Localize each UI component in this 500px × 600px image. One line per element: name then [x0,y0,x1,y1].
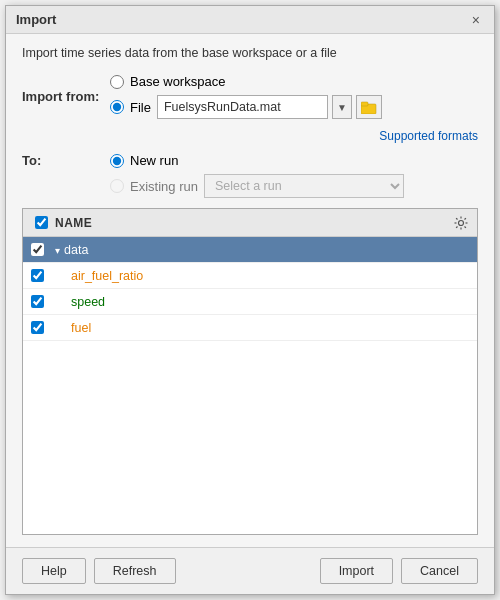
row-checkbox[interactable] [31,243,44,256]
row-name-cell: ▾data [51,243,477,257]
table-body: ▾data air_fuel_ratio speed [23,237,477,534]
file-label: File [130,100,151,115]
table-settings-button[interactable] [449,216,473,230]
base-workspace-label: Base workspace [130,74,225,89]
new-run-label: New run [130,153,178,168]
row-check-cell [23,321,51,334]
file-radio[interactable] [110,100,124,114]
svg-line-9 [465,218,466,219]
file-radio-row: File ▼ [110,95,382,119]
existing-run-label: Existing run [130,179,198,194]
row-checkbox[interactable] [31,295,44,308]
row-check-cell [23,269,51,282]
new-run-radio[interactable] [110,154,124,168]
table-header: NAME [23,209,477,237]
footer-left-buttons: Help Refresh [22,558,176,584]
row-name-cell: fuel [51,321,477,335]
to-section: To: New run Existing run Select a run [22,153,478,198]
footer-right-buttons: Import Cancel [320,558,478,584]
import-from-section: Import from: Base workspace File ▼ [22,74,478,143]
existing-run-select[interactable]: Select a run [204,174,404,198]
base-workspace-radio[interactable] [110,75,124,89]
table-row[interactable]: air_fuel_ratio [23,263,477,289]
existing-run-row: Existing run Select a run [110,174,478,198]
collapse-arrow-icon: ▾ [55,245,60,256]
row-name-cell: air_fuel_ratio [51,269,477,283]
dialog-content: Import time series data from the base wo… [6,34,494,547]
existing-run-radio-row: Existing run [110,179,198,194]
select-all-checkbox[interactable] [35,216,48,229]
file-input-row: ▼ [157,95,382,119]
header-name-cell: NAME [55,216,449,230]
import-button[interactable]: Import [320,558,393,584]
new-run-radio-row: New run [110,153,178,168]
svg-point-2 [459,220,464,225]
svg-line-10 [456,226,457,227]
file-dropdown-button[interactable]: ▼ [332,95,352,119]
row-checkbox[interactable] [31,321,44,334]
refresh-button[interactable]: Refresh [94,558,176,584]
cancel-button[interactable]: Cancel [401,558,478,584]
file-path-input[interactable] [157,95,328,119]
gear-icon [454,216,468,230]
row-checkbox[interactable] [31,269,44,282]
import-from-radio-group: Base workspace File ▼ [110,74,382,119]
browse-folder-button[interactable] [356,95,382,119]
folder-icon [361,100,377,114]
help-button[interactable]: Help [22,558,86,584]
supported-formats-link[interactable]: Supported formats [22,129,478,143]
dialog-title: Import [16,12,56,27]
table-row[interactable]: fuel [23,315,477,341]
data-table: NAME [22,208,478,535]
close-button[interactable]: × [468,13,484,27]
import-from-label: Import from: [22,89,102,104]
row-name-cell: speed [51,295,477,309]
table-row[interactable]: ▾data [23,237,477,263]
import-from-row: Import from: Base workspace File ▼ [22,74,478,119]
svg-line-7 [456,218,457,219]
row-check-cell [23,295,51,308]
import-dialog: Import × Import time series data from th… [5,5,495,595]
to-row: To: New run [22,153,478,168]
table-row[interactable]: speed [23,289,477,315]
dialog-footer: Help Refresh Import Cancel [6,547,494,594]
description-text: Import time series data from the base wo… [22,46,478,60]
existing-run-radio[interactable] [110,179,124,193]
header-check-cell [27,216,55,229]
title-bar: Import × [6,6,494,34]
row-check-cell [23,243,51,256]
svg-line-8 [465,226,466,227]
base-workspace-radio-row: Base workspace [110,74,382,89]
svg-rect-1 [361,102,368,106]
to-label: To: [22,153,102,168]
